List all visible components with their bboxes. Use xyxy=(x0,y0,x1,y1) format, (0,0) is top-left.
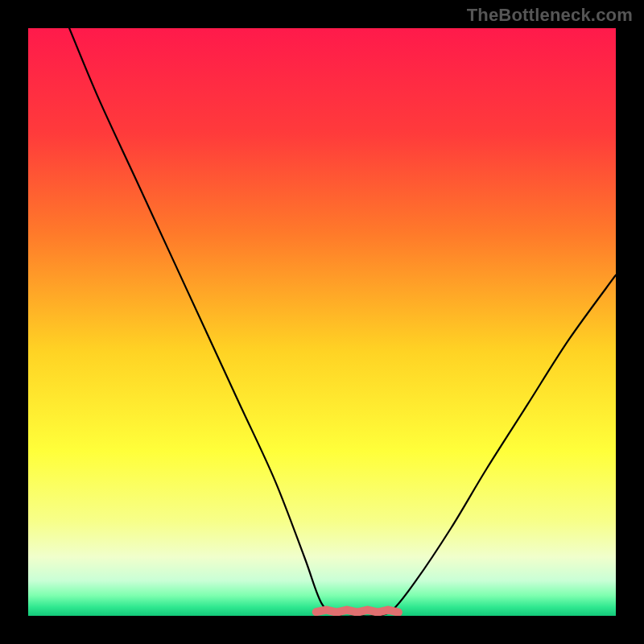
gradient-background xyxy=(28,28,616,616)
chart-frame: TheBottleneck.com xyxy=(0,0,644,644)
plot-area xyxy=(28,28,616,616)
bottleneck-svg xyxy=(28,28,616,616)
optimal-range-highlight xyxy=(316,610,398,613)
watermark-text: TheBottleneck.com xyxy=(467,5,633,26)
